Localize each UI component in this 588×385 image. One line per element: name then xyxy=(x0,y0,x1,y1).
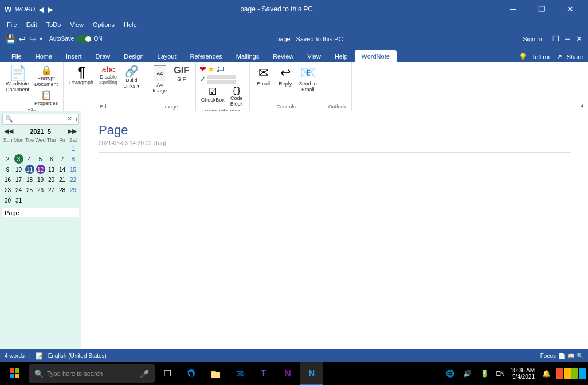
close-window-icon[interactable]: ✕ xyxy=(575,33,583,44)
cal-day-16[interactable]: 16 xyxy=(3,175,13,184)
collapse-ribbon-button[interactable]: ▲ xyxy=(577,99,588,111)
lang-indicator[interactable]: EN xyxy=(496,370,504,377)
cal-day-28[interactable]: 28 xyxy=(58,185,67,195)
onenote-button[interactable]: N xyxy=(276,362,299,385)
content-area[interactable]: Page 2021-05-03 14:20:02 [Tag] xyxy=(81,111,588,349)
customize-qs[interactable]: ▾ xyxy=(38,34,44,43)
cal-day-5[interactable]: 5 xyxy=(36,154,45,164)
wordnote-taskbar-button[interactable]: N xyxy=(300,362,323,385)
edge-button[interactable] xyxy=(180,362,203,385)
start-button[interactable] xyxy=(2,362,28,385)
tab-help[interactable]: Help xyxy=(328,50,355,62)
language[interactable]: English (United States) xyxy=(48,353,107,359)
heart-icon[interactable]: ❤ xyxy=(199,64,206,73)
content-editor[interactable] xyxy=(99,158,571,330)
menu-view[interactable]: View xyxy=(65,20,88,29)
sidebar-search-input[interactable] xyxy=(14,116,66,122)
cal-day-19[interactable]: 19 xyxy=(36,175,45,184)
menu-options[interactable]: Options xyxy=(88,20,119,29)
email-button[interactable]: ✉ Email xyxy=(253,64,274,88)
cal-day-13[interactable]: 13 xyxy=(47,165,56,174)
notification-icon[interactable]: 🔔 xyxy=(538,362,554,385)
volume-icon[interactable]: 🔊 xyxy=(459,362,475,385)
cal-day-23[interactable]: 23 xyxy=(3,185,13,195)
code-block-button[interactable]: {} CodeBlock xyxy=(228,85,246,107)
cal-day-29[interactable]: 29 xyxy=(69,185,78,195)
task-view-button[interactable]: ❐ xyxy=(156,362,179,385)
tell-me-label[interactable]: Tell me xyxy=(532,53,552,60)
restore-window-icon[interactable]: ❐ xyxy=(551,33,560,44)
gif-button[interactable]: GIF GIF xyxy=(171,64,192,83)
cal-day-6[interactable]: 6 xyxy=(47,154,56,164)
cal-day-7[interactable]: 7 xyxy=(58,154,67,164)
taskbar-mic-icon[interactable]: 🎤 xyxy=(140,370,149,378)
reply-button[interactable]: ↩ Reply xyxy=(275,64,296,88)
cal-day-11[interactable]: 11 xyxy=(25,165,34,174)
save-icon[interactable]: 💾 xyxy=(5,33,17,45)
tab-draw[interactable]: Draw xyxy=(89,50,117,62)
undo-icon[interactable]: ↩ xyxy=(18,33,27,45)
disable-spelling-button[interactable]: abc DisableSpelling xyxy=(97,64,120,87)
battery-icon[interactable]: 🔋 xyxy=(476,362,492,385)
read-mode-icon[interactable]: 📖 xyxy=(567,353,574,359)
menu-file[interactable]: File xyxy=(2,20,22,29)
checkbox-button[interactable]: ☑ CheckBox xyxy=(199,85,226,107)
star-icon[interactable]: ★ xyxy=(207,64,215,73)
tag-icon[interactable]: 🏷 xyxy=(216,64,224,73)
zoom-icon[interactable]: 🔍 xyxy=(577,353,583,359)
restore-button[interactable]: ❐ xyxy=(528,0,555,18)
send-to-email-button[interactable]: 📧 Send toEmail xyxy=(297,64,319,94)
cal-day-2[interactable]: 2 xyxy=(3,154,13,164)
cal-day-31[interactable]: 31 xyxy=(14,196,23,205)
nav-forward[interactable]: ▶ xyxy=(48,5,53,14)
page-list-item-0[interactable]: Page xyxy=(2,208,79,217)
network-icon[interactable]: 🌐 xyxy=(442,362,458,385)
teams-button[interactable]: T xyxy=(252,362,275,385)
taskbar-search[interactable]: 🔍 Type here to search 🎤 xyxy=(29,364,155,383)
email-taskbar-button[interactable]: ✉ xyxy=(228,362,251,385)
focus-label[interactable]: Focus xyxy=(540,353,556,359)
cal-day-10[interactable]: 10 xyxy=(14,165,23,174)
cal-day-12[interactable]: 12 xyxy=(36,165,45,174)
cal-day-15[interactable]: 15 xyxy=(69,165,78,174)
tab-view[interactable]: View xyxy=(300,50,328,62)
page-view-icon[interactable]: 📄 xyxy=(558,353,565,359)
tab-file[interactable]: File xyxy=(5,50,29,62)
tab-mailings[interactable]: Mailings xyxy=(229,50,266,62)
cal-day-9[interactable]: 9 xyxy=(3,165,13,174)
nav-back[interactable]: ◀ xyxy=(38,5,44,14)
sidebar-search-clear[interactable]: ✕ xyxy=(67,115,72,123)
cal-day-27[interactable]: 27 xyxy=(47,185,56,195)
cal-day-25[interactable]: 25 xyxy=(25,185,34,195)
cal-prev-button[interactable]: ◀◀ xyxy=(2,127,15,135)
cal-day-17[interactable]: 17 xyxy=(14,175,23,184)
cal-day-18[interactable]: 18 xyxy=(25,175,34,184)
share-label[interactable]: Share xyxy=(567,53,583,60)
a4-image-button[interactable]: A4 A4Image xyxy=(150,64,170,95)
cal-day-24[interactable]: 24 xyxy=(14,185,23,195)
menu-todo[interactable]: ToDo xyxy=(42,20,66,29)
build-links-button[interactable]: 🔗 BuildLinks ▾ xyxy=(121,64,142,90)
tab-insert[interactable]: Insert xyxy=(59,50,89,62)
cal-day-4[interactable]: 4 xyxy=(25,154,34,164)
track-changes-icon[interactable]: 📝 xyxy=(36,352,44,360)
encrypt-document-button[interactable]: 🔒 EncryptDocument xyxy=(33,64,60,88)
cal-day-20[interactable]: 20 xyxy=(47,175,56,184)
menu-help[interactable]: Help xyxy=(119,20,142,29)
minimize-window-icon[interactable]: ─ xyxy=(564,33,571,44)
cal-day-8[interactable]: 8 xyxy=(69,154,78,164)
cal-day-14[interactable]: 14 xyxy=(58,165,67,174)
signin-button[interactable]: Sign in xyxy=(517,34,548,44)
explorer-button[interactable] xyxy=(204,362,227,385)
close-button[interactable]: ✕ xyxy=(557,0,583,18)
tab-layout[interactable]: Layout xyxy=(151,50,183,62)
cal-next-button[interactable]: ▶▶ xyxy=(66,127,79,135)
cal-day-22[interactable]: 22 xyxy=(69,175,78,184)
autosave-toggle[interactable] xyxy=(76,35,92,43)
tab-home[interactable]: Home xyxy=(29,50,59,62)
wordnote-document-button[interactable]: 📄 WordNoteDocument xyxy=(3,64,32,95)
cal-day-26[interactable]: 26 xyxy=(36,185,45,195)
tab-review[interactable]: Review xyxy=(266,50,300,62)
system-clock[interactable]: 10:36 AM 5/4/2021 xyxy=(508,367,537,380)
cal-day-30[interactable]: 30 xyxy=(3,196,13,205)
